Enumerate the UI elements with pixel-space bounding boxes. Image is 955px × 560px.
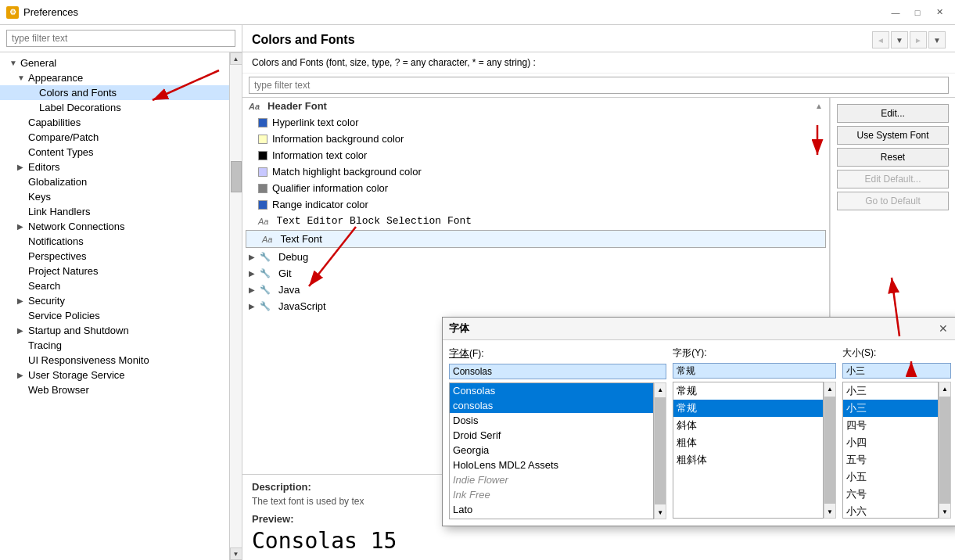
list-item-block-selection-font[interactable]: Aa Text Editor Block Selection Font xyxy=(242,213,829,229)
font-size-item-7[interactable]: 六号 xyxy=(843,486,938,503)
font-name-item-dosis[interactable]: Dosis xyxy=(450,413,653,428)
font-size-scroll-down[interactable]: ▼ xyxy=(939,505,951,518)
sidebar-item-general[interactable]: ▼ General xyxy=(0,56,229,70)
font-size-scrollbar[interactable]: ▲ ▼ xyxy=(939,382,951,519)
list-item-match-highlight[interactable]: Match highlight background color xyxy=(242,163,829,180)
font-name-scroll-down[interactable]: ▼ xyxy=(654,506,666,519)
font-size-item-6[interactable]: 小五 xyxy=(843,468,938,486)
list-item-range-color[interactable]: Range indicator color xyxy=(242,196,829,213)
font-size-listbox[interactable]: 小三 小三 四号 小四 五号 小五 六号 小六 七号 xyxy=(842,382,939,519)
scroll-thumb[interactable] xyxy=(231,161,242,192)
maximize-button[interactable]: □ xyxy=(908,5,927,20)
font-style-item-regular1[interactable]: 常规 xyxy=(673,382,823,400)
sidebar-item-compare[interactable]: Compare/Patch xyxy=(0,130,229,145)
font-style-input[interactable] xyxy=(673,363,836,379)
sidebar-item-network[interactable]: ▶ Network Connections xyxy=(0,219,229,234)
use-system-font-button[interactable]: Use System Font xyxy=(837,126,949,145)
font-style-scrollbar[interactable]: ▲ ▼ xyxy=(824,382,836,519)
font-name-scrollbar[interactable]: ▲ ▼ xyxy=(654,382,666,519)
list-item-text-font[interactable]: Aa Text Font xyxy=(246,230,826,248)
font-name-item-lato[interactable]: Lato xyxy=(450,502,653,517)
list-item-info-text-color[interactable]: Information text color xyxy=(242,147,829,163)
font-size-item-3[interactable]: 四号 xyxy=(843,417,938,434)
list-item-hyperlink-color[interactable]: Hyperlink text color xyxy=(242,114,829,131)
minimize-button[interactable]: — xyxy=(886,5,905,20)
font-style-item-italic[interactable]: 斜体 xyxy=(673,417,823,434)
font-label: Text Editor Block Selection Font xyxy=(276,215,472,227)
font-name-item-georgia[interactable]: Georgia xyxy=(450,443,653,458)
nav-dropdown-btn[interactable]: ▼ xyxy=(891,31,908,48)
sidebar-item-project-natures[interactable]: Project Natures xyxy=(0,264,229,278)
sidebar-item-ui-responsiveness[interactable]: UI Responsiveness Monito xyxy=(0,353,229,368)
font-style-scroll-down[interactable]: ▼ xyxy=(824,505,836,518)
sidebar-item-colors-fonts[interactable]: Colors and Fonts xyxy=(0,85,229,100)
nav-forward-btn[interactable]: ► xyxy=(910,31,927,48)
sidebar-item-content-types[interactable]: Content Types xyxy=(0,145,229,160)
font-size-item-8[interactable]: 小六 xyxy=(843,503,938,519)
sidebar-item-capabilities[interactable]: Capabilities xyxy=(0,115,229,130)
list-item-header-font[interactable]: Aa Header Font ▲ xyxy=(242,98,829,114)
sidebar-item-web-browser[interactable]: Web Browser xyxy=(0,382,229,397)
list-item-debug[interactable]: ▶ 🔧 Debug xyxy=(242,249,829,265)
font-size-input[interactable] xyxy=(842,363,951,379)
list-item-info-bg-color[interactable]: Information background color xyxy=(242,131,829,147)
edit-default-button[interactable]: Edit Default... xyxy=(837,170,949,188)
sidebar-item-startup[interactable]: ▶ Startup and Shutdown xyxy=(0,323,229,338)
font-size-item-1[interactable]: 小三 xyxy=(843,382,938,400)
font-style-item-bolditalic[interactable]: 粗斜体 xyxy=(673,451,823,468)
scroll-down-btn[interactable]: ▼ xyxy=(230,547,242,560)
list-item-javascript[interactable]: ▶ 🔧 JavaScript xyxy=(242,298,829,314)
font-name-item-consolas-upper[interactable]: Consolas xyxy=(450,383,653,398)
font-name-input[interactable] xyxy=(449,364,666,379)
font-name-item-indie[interactable]: Indie Flower xyxy=(450,472,653,487)
reset-button[interactable]: Reset xyxy=(837,148,949,167)
nav-back-btn[interactable]: ◄ xyxy=(872,31,889,48)
collapse-arrow[interactable]: ▲ xyxy=(815,102,823,110)
font-style-scroll-thumb[interactable] xyxy=(824,397,835,504)
font-size-scroll-thumb[interactable] xyxy=(939,397,950,504)
font-label: Text Font xyxy=(280,233,321,245)
sidebar-item-editors[interactable]: ▶ Editors xyxy=(0,160,229,174)
font-size-scroll-up[interactable]: ▲ xyxy=(939,382,951,395)
close-button[interactable]: ✕ xyxy=(930,5,949,20)
font-style-item-bold[interactable]: 粗体 xyxy=(673,434,823,451)
list-item-qualifier-color[interactable]: Qualifier information color xyxy=(242,180,829,196)
dialog-close-button[interactable]: ✕ xyxy=(935,321,951,336)
go-to-default-button[interactable]: Go to Default xyxy=(837,192,949,210)
font-name-item-droid[interactable]: Droid Serif xyxy=(450,428,653,443)
sidebar-item-globalization[interactable]: Globalization xyxy=(0,174,229,189)
font-name-item-consolas-lower[interactable]: consolas xyxy=(450,398,653,413)
sidebar-item-security[interactable]: ▶ Security xyxy=(0,293,229,308)
font-size-item-5[interactable]: 五号 xyxy=(843,451,938,468)
sidebar-item-keys[interactable]: Keys xyxy=(0,189,229,204)
font-name-item-hololens[interactable]: HoloLens MDL2 Assets xyxy=(450,458,653,472)
font-style-scroll-up[interactable]: ▲ xyxy=(824,382,836,395)
sidebar-scrollbar[interactable]: ▲ ▼ xyxy=(229,52,242,560)
sidebar-item-search[interactable]: Search xyxy=(0,278,229,293)
font-name-item-ink[interactable]: Ink Free xyxy=(450,487,653,502)
list-item-java[interactable]: ▶ 🔧 Java xyxy=(242,282,829,298)
nav-forward-dropdown-btn[interactable]: ▼ xyxy=(928,31,946,48)
font-size-item-2[interactable]: 小三 xyxy=(843,400,938,417)
title-bar: ⚙ Preferences — □ ✕ xyxy=(0,0,955,25)
font-style-listbox[interactable]: 常规 常规 斜体 粗体 粗斜体 xyxy=(673,382,824,519)
font-style-item-regular2[interactable]: 常规 xyxy=(673,400,823,417)
sidebar-item-perspectives[interactable]: Perspectives xyxy=(0,249,229,264)
sidebar-item-notifications[interactable]: Notifications xyxy=(0,234,229,249)
list-item-git[interactable]: ▶ 🔧 Git xyxy=(242,265,829,282)
font-name-scroll-up[interactable]: ▲ xyxy=(654,383,666,396)
font-size-item-4[interactable]: 小四 xyxy=(843,434,938,451)
edit-button[interactable]: Edit... xyxy=(837,104,949,123)
sidebar-item-appearance[interactable]: ▼ Appearance xyxy=(0,70,229,85)
sidebar-item-tracing[interactable]: Tracing xyxy=(0,338,229,353)
sidebar-item-label-decorations[interactable]: Label Decorations xyxy=(0,100,229,115)
sidebar-item-link-handlers[interactable]: Link Handlers xyxy=(0,204,229,219)
content-filter-input[interactable] xyxy=(249,77,949,94)
scroll-track[interactable] xyxy=(230,65,242,547)
sidebar-filter-input[interactable] xyxy=(6,30,235,47)
font-name-scroll-thumb[interactable] xyxy=(655,397,666,504)
sidebar-item-user-storage[interactable]: ▶ User Storage Service xyxy=(0,368,229,382)
sidebar-item-service-policies[interactable]: Service Policies xyxy=(0,308,229,323)
scroll-up-btn[interactable]: ▲ xyxy=(230,52,242,65)
font-name-listbox[interactable]: Consolas consolas Dosis Droid Serif Geor… xyxy=(449,382,654,519)
